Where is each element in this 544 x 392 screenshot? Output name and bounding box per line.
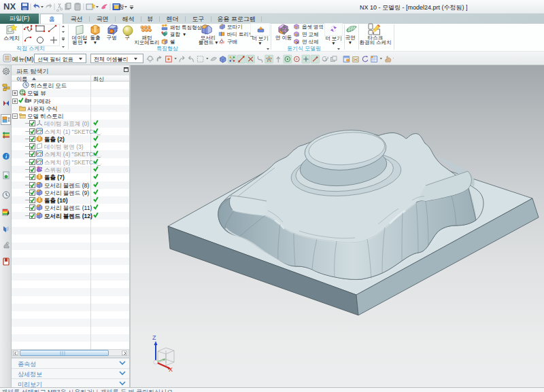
- svg-text:Z: Z: [152, 334, 156, 341]
